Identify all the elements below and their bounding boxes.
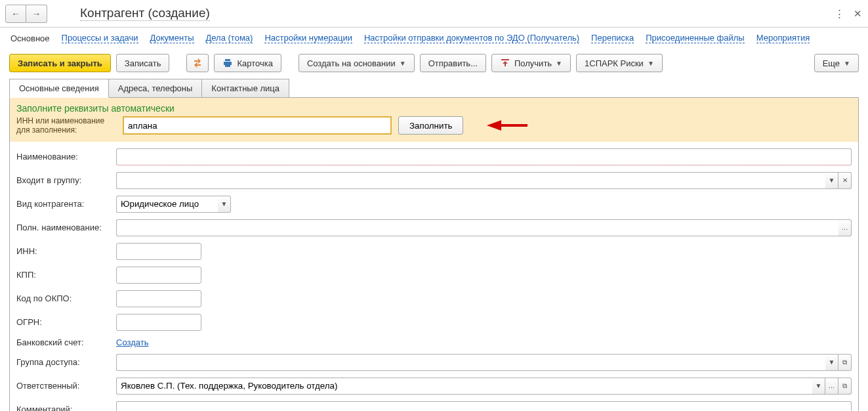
- chevron-down-icon: ▼: [556, 60, 562, 67]
- nav-tab-main[interactable]: Основное: [10, 33, 50, 43]
- name-input[interactable]: [116, 148, 852, 165]
- section-nav: Основное Процессы и задачи Документы Дел…: [0, 28, 868, 53]
- card-label: Карточка: [237, 58, 272, 68]
- fullname-input[interactable]: [116, 219, 838, 236]
- nav-tab-documents[interactable]: Документы: [150, 33, 194, 43]
- autofill-banner: Заполните реквизиты автоматически ИНН ил…: [10, 98, 858, 142]
- tab-contacts[interactable]: Контактные лица: [201, 79, 289, 98]
- send-button[interactable]: Отправить...: [420, 54, 486, 72]
- access-input[interactable]: [116, 354, 825, 371]
- receive-label: Получить: [514, 58, 552, 68]
- okpo-label: Код по ОКПО:: [16, 293, 116, 303]
- responsible-dropdown-button[interactable]: ▼: [812, 378, 825, 395]
- inn-input[interactable]: [116, 243, 201, 260]
- save-button[interactable]: Записать: [116, 54, 170, 72]
- spark-label: 1СПАРК Риски: [585, 58, 644, 68]
- comment-label: Комментарий:: [16, 404, 116, 411]
- responsible-input[interactable]: [116, 378, 812, 395]
- window-title: Контрагент (создание): [80, 6, 210, 21]
- chevron-down-icon: ▼: [844, 60, 850, 67]
- chevron-down-icon: ▼: [400, 60, 406, 67]
- kpp-input[interactable]: [116, 267, 201, 284]
- create-based-label: Создать на основании: [307, 58, 396, 68]
- responsible-ellipsis-button[interactable]: …: [825, 378, 838, 395]
- nav-tab-processes[interactable]: Процессы и задачи: [62, 33, 138, 43]
- pointer-arrow-icon: [482, 118, 527, 133]
- kind-select[interactable]: [116, 196, 218, 213]
- swap-button[interactable]: [186, 54, 209, 72]
- access-dropdown-button[interactable]: ▼: [825, 354, 838, 371]
- kebab-menu-icon[interactable]: ⋮: [834, 9, 844, 19]
- printer-icon: [222, 58, 233, 68]
- inn-label: ИНН:: [16, 246, 116, 256]
- group-clear-button[interactable]: ✕: [838, 172, 852, 189]
- card-button[interactable]: Карточка: [214, 54, 281, 72]
- spark-risks-button[interactable]: 1СПАРК Риски ▼: [576, 54, 663, 72]
- ogrn-label: ОГРН:: [16, 317, 116, 327]
- bank-create-link[interactable]: Создать: [116, 337, 148, 347]
- access-label: Группа доступа:: [16, 357, 116, 367]
- name-label: Наименование:: [16, 152, 116, 162]
- back-button[interactable]: ←: [5, 5, 26, 23]
- nav-tab-edo[interactable]: Настройки отправки документов по ЭДО (По…: [364, 33, 579, 43]
- group-dropdown-button[interactable]: ▼: [825, 172, 838, 189]
- forward-button[interactable]: →: [26, 5, 47, 23]
- close-icon[interactable]: ✕: [852, 9, 863, 19]
- tab-basic-info[interactable]: Основные сведения: [9, 79, 109, 98]
- responsible-open-button[interactable]: ⧉: [838, 378, 852, 395]
- comment-input[interactable]: [116, 401, 852, 411]
- receive-button[interactable]: Получить ▼: [491, 54, 571, 72]
- group-label: Входит в группу:: [16, 175, 116, 185]
- chevron-down-icon: ▼: [648, 60, 654, 67]
- group-input[interactable]: [116, 172, 825, 189]
- fullname-ellipsis-button[interactable]: …: [838, 219, 852, 236]
- ogrn-input[interactable]: [116, 314, 201, 331]
- kind-label: Вид контрагента:: [16, 199, 116, 209]
- access-open-button[interactable]: ⧉: [838, 354, 852, 371]
- tab-addresses[interactable]: Адреса, телефоны: [108, 79, 203, 98]
- banner-label: ИНН или наименование для заполнения:: [16, 116, 116, 135]
- more-label: Еще: [823, 58, 840, 68]
- autofill-button[interactable]: Заполнить: [398, 116, 463, 135]
- download-icon: [500, 58, 510, 68]
- nav-tab-numbering[interactable]: Настройки нумерации: [264, 33, 352, 43]
- swap-icon: [192, 58, 203, 68]
- kind-dropdown-button[interactable]: ▼: [218, 196, 231, 213]
- nav-tab-correspondence[interactable]: Переписка: [591, 33, 634, 43]
- autofill-input[interactable]: [123, 116, 392, 135]
- more-button[interactable]: Еще ▼: [814, 54, 859, 72]
- okpo-input[interactable]: [116, 290, 201, 307]
- banner-title: Заполните реквизиты автоматически: [16, 103, 852, 114]
- create-based-button[interactable]: Создать на основании ▼: [299, 54, 415, 72]
- bank-label: Банковский счет:: [16, 337, 116, 347]
- fullname-label: Полн. наименование:: [16, 223, 116, 232]
- nav-tab-files[interactable]: Присоединенные файлы: [646, 33, 745, 43]
- nav-tab-events[interactable]: Мероприятия: [756, 33, 810, 43]
- responsible-label: Ответственный:: [16, 381, 116, 391]
- nav-tab-cases[interactable]: Дела (тома): [206, 33, 253, 43]
- save-and-close-button[interactable]: Записать и закрыть: [9, 54, 111, 72]
- kpp-label: КПП:: [16, 270, 116, 280]
